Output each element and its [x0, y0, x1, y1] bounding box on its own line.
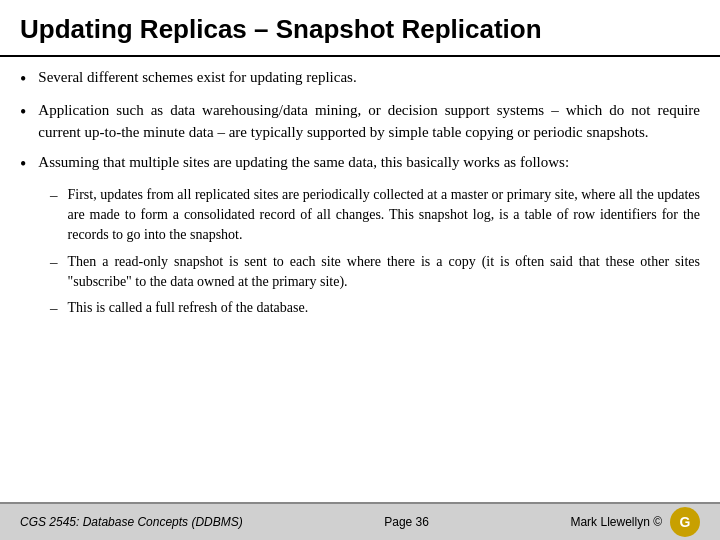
slide-container: Updating Replicas – Snapshot Replication… [0, 0, 720, 540]
sub-bullet-text-2: Then a read-only snapshot is sent to eac… [68, 252, 701, 293]
slide-content: • Several different schemes exist for up… [0, 63, 720, 502]
sub-bullet-dash-2: – [50, 252, 58, 274]
sub-bullet-dash-3: – [50, 298, 58, 320]
sub-bullet-3: – This is called a full refresh of the d… [50, 298, 700, 320]
sub-bullet-1: – First, updates from all replicated sit… [50, 185, 700, 246]
slide-footer: CGS 2545: Database Concepts (DDBMS) Page… [0, 502, 720, 540]
footer-right: Mark Llewellyn © G [570, 507, 700, 537]
bullet-text-1: Several different schemes exist for upda… [38, 67, 356, 89]
sub-bullet-text-3: This is called a full refresh of the dat… [68, 298, 309, 318]
footer-center: Page 36 [384, 515, 429, 529]
bullet-dot-2: • [20, 100, 26, 125]
slide-title: Updating Replicas – Snapshot Replication [0, 0, 720, 57]
footer-right-text: Mark Llewellyn © [570, 515, 662, 529]
logo-icon: G [670, 507, 700, 537]
bullet-text-3: Assuming that multiple sites are updatin… [38, 152, 569, 174]
footer-left: CGS 2545: Database Concepts (DDBMS) [20, 515, 243, 529]
bullet-text-2: Application such as data warehousing/dat… [38, 100, 700, 144]
bullet-2: • Application such as data warehousing/d… [20, 100, 700, 144]
sub-bullet-dash-1: – [50, 185, 58, 207]
bullet-1: • Several different schemes exist for up… [20, 67, 700, 92]
title-text: Updating Replicas – Snapshot Replication [20, 14, 700, 45]
bullet-dot-1: • [20, 67, 26, 92]
bullet-3: • Assuming that multiple sites are updat… [20, 152, 700, 177]
sub-bullet-2: – Then a read-only snapshot is sent to e… [50, 252, 700, 293]
sub-bullet-text-1: First, updates from all replicated sites… [68, 185, 701, 246]
bullet-dot-3: • [20, 152, 26, 177]
